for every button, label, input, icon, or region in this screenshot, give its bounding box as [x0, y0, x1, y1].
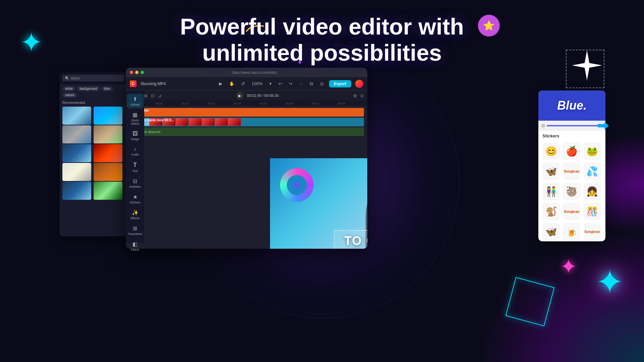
sidebar-item-transitions[interactable]: ⊞ Transitions: [127, 223, 144, 238]
tl-split-btn[interactable]: ⊕: [144, 93, 148, 98]
ruler-tick-8: 00:08: [338, 102, 364, 105]
redo-btn[interactable]: ↪: [287, 80, 294, 87]
thumb-6[interactable]: [94, 144, 122, 162]
sticker-item-2[interactable]: 🐸: [584, 142, 601, 160]
search-area: 🔍 black: [60, 72, 127, 84]
tl-crop-btn[interactable]: ⊡: [151, 93, 155, 98]
zoom-dropdown[interactable]: ▾: [268, 80, 273, 87]
thumb-1[interactable]: [62, 107, 91, 125]
export-button[interactable]: Export: [329, 80, 351, 87]
sidebar-label-stock: Stock videos: [128, 119, 142, 125]
more-btn[interactable]: ···: [298, 80, 304, 87]
pink-star-icon: ✦: [560, 255, 577, 278]
search-input-placeholder[interactable]: black: [71, 76, 80, 80]
window-dot-minimize[interactable]: [135, 71, 139, 74]
window-dot-close[interactable]: [130, 71, 133, 74]
cube-icon: [505, 277, 555, 326]
sidebar-label-effects: Effects: [130, 217, 140, 220]
search-box[interactable]: 🔍 black: [62, 75, 124, 81]
sidebar-item-stock[interactable]: ▦ Stock videos: [127, 110, 144, 127]
canvas-main-text: TO CREATE: [344, 234, 367, 248]
sidebar-label-upload: Upload: [130, 103, 140, 106]
window-chrome: https://www.capcut.com/editor: [126, 68, 367, 77]
sticker-item-9[interactable]: 🐒: [542, 203, 560, 220]
thumb-8[interactable]: [94, 163, 122, 181]
sticker-item-12[interactable]: 🦋: [542, 223, 560, 240]
thumb-2[interactable]: [94, 107, 122, 125]
sticker-track-row: ★ Sticker: [129, 108, 364, 117]
ruler-tick-1: 00:01: [155, 102, 181, 105]
tag-white[interactable]: white: [62, 86, 75, 91]
thumb-10[interactable]: [94, 182, 122, 200]
sticker-track[interactable]: Sticker: [136, 108, 364, 117]
tag-blue[interactable]: blue: [101, 86, 113, 91]
audio-track[interactable]: Great disprove: [136, 127, 364, 136]
video-thumb-7: [228, 118, 241, 126]
sticker-item-3[interactable]: 🦋: [542, 163, 560, 180]
recommended-label: Recommended: [60, 100, 127, 106]
sidebar-item-audio[interactable]: ♪ Audio: [127, 144, 144, 158]
tag-background[interactable]: background: [77, 86, 100, 91]
video-track[interactable]: Clips name.mov 00:0...: [136, 118, 364, 126]
sticker-item-13[interactable]: 🍺: [563, 223, 580, 240]
sticker-item-1[interactable]: 🍎: [563, 142, 580, 160]
tl-play-btn[interactable]: ▶: [236, 92, 244, 99]
sticker-panel-toolbar: ⚙: [538, 121, 605, 131]
effects-icon: ✨: [132, 209, 139, 216]
window-dot-maximize[interactable]: [141, 71, 144, 74]
sidebar-item-stickers[interactable]: ★ Stickers: [127, 192, 144, 206]
thumb-9[interactable]: [62, 182, 91, 200]
sidebar-item-upload[interactable]: ⬆ Upload: [127, 94, 144, 108]
sticker-item-0[interactable]: 😊: [542, 142, 560, 160]
editor-sidebar: ⬆ Upload ▦ Stock videos 🖼 Image ♪ Audio …: [126, 90, 144, 243]
sidebar-item-image[interactable]: 🖼 Image: [127, 129, 144, 143]
sidebar-label-audio: Audio: [131, 153, 139, 156]
editor-window: https://www.capcut.com/editor C Stunning…: [126, 68, 367, 249]
sidebar-item-text[interactable]: T Text: [127, 160, 144, 175]
user-avatar[interactable]: [355, 80, 363, 88]
sticker-item-5[interactable]: 💦: [584, 163, 601, 180]
zoom-level[interactable]: 100%: [250, 80, 264, 87]
play-btn[interactable]: ▶: [218, 80, 224, 87]
sidebar-label-filters: Filters: [131, 248, 139, 251]
sticker-item-8[interactable]: 👧: [584, 183, 601, 200]
sidebar-item-subtitles[interactable]: ⊟ Subtitles: [127, 176, 144, 190]
thumb-3[interactable]: [62, 125, 91, 143]
video-thumb-5: [202, 118, 215, 126]
sidebar-item-effects[interactable]: ✨ Effects: [127, 207, 144, 222]
video-thumb-4: [189, 118, 202, 126]
logo-ring: 6: [280, 168, 314, 202]
canvas-text-overlay[interactable]: TO CREATE: [333, 230, 367, 249]
project-name[interactable]: Stunning MP4: [141, 81, 166, 86]
sticker-item-6[interactable]: 👫: [542, 183, 560, 200]
video-track-row: 🔊 Clips name.mov 00:0...: [129, 118, 364, 126]
crop-btn[interactable]: ↺: [240, 80, 246, 87]
thumb-4[interactable]: [94, 125, 122, 143]
sticker-item-10[interactable]: Songkran: [563, 203, 580, 220]
thumb-7[interactable]: [62, 163, 91, 181]
sticker-item-11[interactable]: 🎊: [584, 203, 601, 220]
settings-btn[interactable]: ◎: [319, 80, 325, 87]
sticker-gear-icon[interactable]: ⚙: [541, 123, 545, 128]
tag-nature[interactable]: nature: [62, 93, 77, 98]
hand-btn[interactable]: ✋: [228, 80, 236, 87]
editor-toolbar: C Stunning MP4 ▶ ✋ ↺ 100% ▾ ↩ ↪ ··· ⊟ ◎ …: [126, 77, 367, 90]
share-btn[interactable]: ⊟: [308, 80, 315, 87]
sidebar-label-stickers: Stickers: [129, 201, 140, 204]
sticker-item-7[interactable]: 🦥: [563, 183, 580, 200]
tl-fullscreen-btn[interactable]: ⊙: [360, 93, 364, 98]
sticker-item-14[interactable]: Songkran: [584, 223, 601, 240]
tl-fit-btn[interactable]: ⊞: [353, 93, 357, 98]
video-thumb-3: [176, 118, 189, 126]
url-bar: https://www.capcut.com/editor: [146, 71, 363, 74]
canvas-area: 6 CapCut TO CREATE: [270, 158, 367, 249]
tl-mask-btn[interactable]: ⊿: [158, 93, 162, 98]
filter-tags: white background blue nature: [60, 84, 127, 100]
video-thumb-6: [215, 118, 228, 126]
sticker-item-4[interactable]: Songkran: [563, 163, 580, 180]
undo-btn[interactable]: ↩: [277, 80, 283, 87]
sidebar-item-filters[interactable]: ◧ Filters: [127, 239, 144, 253]
white-4star-icon: [570, 49, 604, 82]
star-bubble-icon: ⭐: [478, 15, 500, 37]
thumb-5[interactable]: [62, 144, 91, 162]
